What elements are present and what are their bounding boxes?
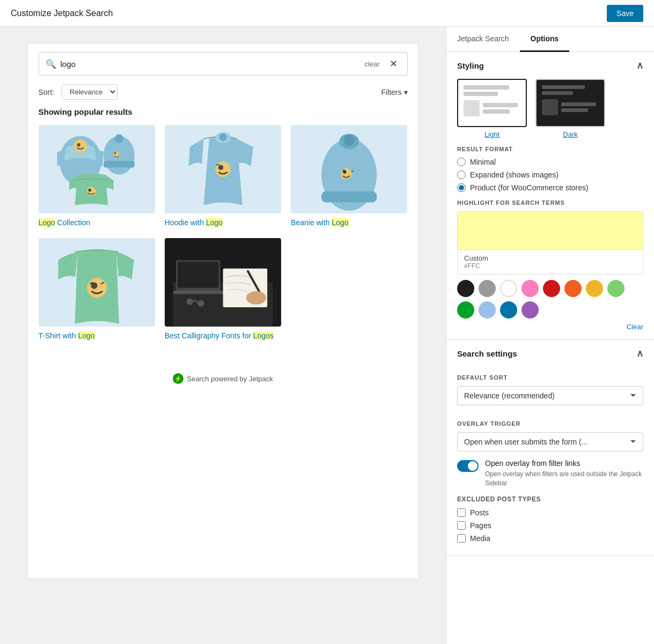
svg-rect-15 <box>321 191 377 203</box>
save-button[interactable]: Save <box>607 5 643 22</box>
svg-rect-24 <box>178 262 218 287</box>
radio-expanded[interactable]: Expanded (shows images) <box>457 171 643 179</box>
results-grid-top: Logo Collection <box>39 125 408 228</box>
result-format-group: Minimal Expanded (shows images) Product … <box>457 158 643 192</box>
result-title-2: Hoodie with Logo <box>165 218 281 228</box>
checkbox-media[interactable]: Media <box>457 534 643 543</box>
theme-light-block <box>464 100 520 116</box>
swatch-light-blue[interactable] <box>479 301 496 319</box>
theme-dark-label[interactable]: Dark <box>563 130 577 138</box>
result-pre-3: Beanie with <box>291 218 332 227</box>
toggle-desc: Open overlay when filters are used outsi… <box>485 470 643 488</box>
radio-product[interactable]: Product (for WooCommerce stores) <box>457 183 643 192</box>
search-settings-section: Search settings ∧ DEFAULT SORT Relevance… <box>446 340 654 556</box>
svg-point-11 <box>219 133 226 140</box>
toggle-label-text: Open overlay from filter links <box>485 459 643 468</box>
result-card-3[interactable]: Beanie with Logo <box>291 125 407 228</box>
swatch-purple[interactable] <box>521 301 539 319</box>
toggle-slider <box>457 460 479 472</box>
svg-rect-25 <box>173 291 226 294</box>
styling-section-header[interactable]: Styling ∧ <box>446 52 654 79</box>
search-settings-body: DEFAULT SORT Relevance (recommended) OVE… <box>446 374 654 556</box>
result-image-5 <box>165 238 281 327</box>
result-card-5[interactable]: Best Calligraphy Fonts for Logos <box>165 238 281 342</box>
theme-dark-line-2 <box>542 91 573 95</box>
clear-link[interactable]: Clear <box>457 323 643 331</box>
search-widget: 🔍 clear ✕ Sort: Relevance Newest Oldest … <box>27 43 419 579</box>
styling-title: Styling <box>457 61 484 70</box>
checkbox-posts-input[interactable] <box>457 508 466 517</box>
swatch-yellow[interactable] <box>586 280 603 297</box>
svg-point-12 <box>215 161 231 177</box>
tab-options[interactable]: Options <box>520 27 570 52</box>
radio-product-input[interactable] <box>457 183 466 192</box>
main-layout: 🔍 clear ✕ Sort: Relevance Newest Oldest … <box>0 27 654 644</box>
checkbox-posts[interactable]: Posts <box>457 508 643 517</box>
svg-point-5 <box>114 135 123 144</box>
sort-select[interactable]: Relevance Newest Oldest <box>62 84 117 100</box>
toggle-switch[interactable] <box>457 460 479 472</box>
highlight-label: HIGHLIGHT FOR SEARCH TERMS <box>457 199 643 206</box>
theme-dark-card[interactable]: Dark <box>535 79 605 138</box>
theme-dark-sq-1 <box>542 99 558 115</box>
theme-light-preview <box>457 79 527 127</box>
search-close-button[interactable]: ✕ <box>386 57 401 71</box>
search-bar: 🔍 clear ✕ <box>39 52 408 76</box>
svg-point-20 <box>87 278 107 298</box>
result-post-1: Collection <box>55 218 90 227</box>
theme-options: Light <box>457 79 643 138</box>
powered-by-text: Search powered by Jetpack <box>187 375 273 383</box>
swatch-white[interactable] <box>500 280 517 297</box>
default-sort-select[interactable]: Relevance (recommended) <box>457 386 643 405</box>
result-image-4 <box>39 238 155 327</box>
checkbox-media-input[interactable] <box>457 534 466 543</box>
filters-label: Filters <box>381 88 401 97</box>
tab-jetpack-search[interactable]: Jetpack Search <box>446 27 520 52</box>
excluded-post-types-label: Excluded post types <box>457 495 643 503</box>
search-settings-header[interactable]: Search settings ∧ <box>446 340 654 367</box>
swatch-orange[interactable] <box>564 280 582 297</box>
swatch-pink[interactable] <box>521 280 539 297</box>
result-card-1[interactable]: Logo Collection <box>39 125 155 228</box>
checkbox-pages[interactable]: Pages <box>457 521 643 530</box>
highlight-text-row: Custom #FFC <box>458 249 643 274</box>
checkbox-pages-input[interactable] <box>457 521 466 530</box>
swatch-red[interactable] <box>543 280 560 297</box>
result-card-2[interactable]: Hoodie with Logo <box>165 125 281 228</box>
swatch-black[interactable] <box>457 280 474 297</box>
theme-light-label[interactable]: Light <box>484 130 499 138</box>
overlay-trigger-label: OVERLAY TRIGGER <box>457 420 643 427</box>
sort-label: Sort: <box>39 88 55 97</box>
radio-minimal[interactable]: Minimal <box>457 158 643 166</box>
search-input[interactable] <box>61 60 358 69</box>
radio-expanded-input[interactable] <box>457 171 466 179</box>
swatch-blue[interactable] <box>500 301 517 319</box>
right-panel: Jetpack Search Options Styling ∧ <box>446 27 654 644</box>
filters-chevron-icon: ▾ <box>404 88 408 97</box>
result-title-5: Best Calligraphy Fonts for Logos <box>165 331 281 342</box>
search-clear-button[interactable]: clear <box>362 59 381 69</box>
svg-point-19 <box>343 171 346 174</box>
swatch-light-green[interactable] <box>607 280 624 297</box>
color-swatches <box>457 280 643 319</box>
result-highlight-4: Logo <box>78 331 94 340</box>
panel-tabs: Jetpack Search Options <box>446 27 654 52</box>
filters-button[interactable]: Filters ▾ <box>381 88 407 97</box>
highlight-custom-text: Custom <box>464 254 636 262</box>
radio-minimal-input[interactable] <box>457 158 466 166</box>
styling-chevron-icon: ∧ <box>636 60 643 71</box>
overlay-trigger-select[interactable]: Open when user submits the form (... <box>457 432 643 451</box>
styling-section-body: Light <box>446 79 654 339</box>
theme-light-card[interactable]: Light <box>457 79 527 138</box>
svg-point-13 <box>218 165 223 170</box>
swatch-green[interactable] <box>457 301 474 319</box>
jetpack-logo-icon: ⚡ <box>173 373 183 384</box>
svg-point-2 <box>77 143 80 146</box>
result-card-4[interactable]: T-Shirt with Logo <box>39 238 155 342</box>
svg-rect-32 <box>253 292 258 302</box>
result-highlight-5: Logos <box>253 331 274 340</box>
checkbox-media-label: Media <box>470 534 490 543</box>
results-grid-bottom: T-Shirt with Logo <box>39 238 408 342</box>
swatch-gray[interactable] <box>479 280 496 297</box>
theme-light-sq-1 <box>464 100 480 116</box>
